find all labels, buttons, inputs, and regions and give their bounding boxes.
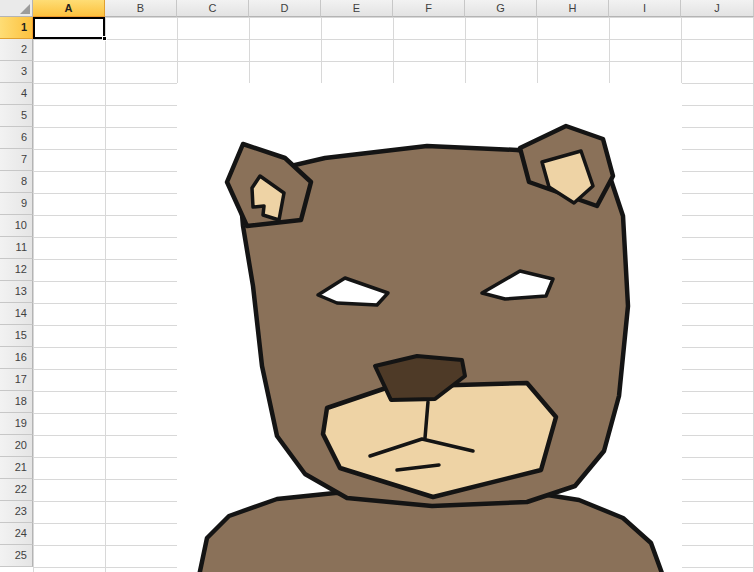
- row-header-5[interactable]: 5: [0, 105, 33, 127]
- row-header-7[interactable]: 7: [0, 149, 33, 171]
- active-cell[interactable]: [33, 17, 105, 39]
- row-header-2[interactable]: 2: [0, 39, 33, 61]
- row-header-15[interactable]: 15: [0, 325, 33, 347]
- row-headers: 1234567891011121314151617181920212223242…: [0, 17, 33, 567]
- column-header-h[interactable]: H: [537, 0, 609, 17]
- column-headers: ABCDEFGHIJ: [33, 0, 754, 17]
- row-header-11[interactable]: 11: [0, 237, 33, 259]
- bear-drawing-canvas[interactable]: [177, 83, 682, 572]
- select-all-corner[interactable]: [0, 0, 33, 17]
- row-header-20[interactable]: 20: [0, 435, 33, 457]
- row-header-23[interactable]: 23: [0, 501, 33, 523]
- row-header-21[interactable]: 21: [0, 457, 33, 479]
- row-header-8[interactable]: 8: [0, 171, 33, 193]
- column-header-d[interactable]: D: [249, 0, 321, 17]
- row-header-4[interactable]: 4: [0, 83, 33, 105]
- column-header-i[interactable]: I: [609, 0, 681, 17]
- row-header-10[interactable]: 10: [0, 215, 33, 237]
- spreadsheet: ABCDEFGHIJ 12345678910111213141516171819…: [0, 0, 754, 572]
- column-header-b[interactable]: B: [105, 0, 177, 17]
- bear-drawing: [177, 83, 682, 572]
- fill-handle[interactable]: [102, 36, 107, 41]
- column-header-a[interactable]: A: [33, 0, 105, 17]
- row-header-16[interactable]: 16: [0, 347, 33, 369]
- row-header-19[interactable]: 19: [0, 413, 33, 435]
- row-header-24[interactable]: 24: [0, 523, 33, 545]
- row-header-17[interactable]: 17: [0, 369, 33, 391]
- row-header-3[interactable]: 3: [0, 61, 33, 83]
- row-header-25[interactable]: 25: [0, 545, 33, 567]
- row-header-6[interactable]: 6: [0, 127, 33, 149]
- row-header-12[interactable]: 12: [0, 259, 33, 281]
- row-header-22[interactable]: 22: [0, 479, 33, 501]
- column-header-j[interactable]: J: [681, 0, 754, 17]
- select-all-triangle-icon: [20, 4, 30, 14]
- column-header-f[interactable]: F: [393, 0, 465, 17]
- row-header-1[interactable]: 1: [0, 17, 33, 39]
- column-header-c[interactable]: C: [177, 0, 249, 17]
- column-header-e[interactable]: E: [321, 0, 393, 17]
- row-header-13[interactable]: 13: [0, 281, 33, 303]
- column-header-g[interactable]: G: [465, 0, 537, 17]
- row-header-18[interactable]: 18: [0, 391, 33, 413]
- row-header-14[interactable]: 14: [0, 303, 33, 325]
- row-header-9[interactable]: 9: [0, 193, 33, 215]
